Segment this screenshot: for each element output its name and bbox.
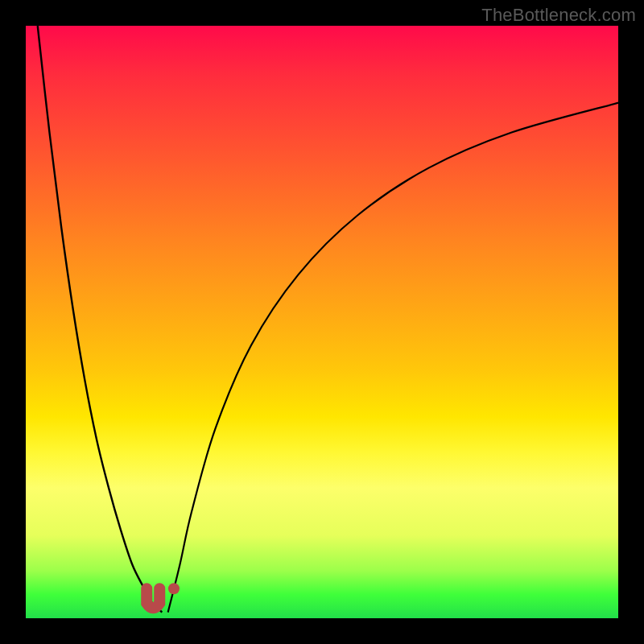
chart-plot-area	[26, 26, 618, 618]
watermark-text: TheBottleneck.com	[481, 5, 636, 26]
marker-small-dot	[168, 583, 180, 594]
outer-frame: TheBottleneck.com	[0, 0, 644, 644]
marker-u-shape	[147, 588, 159, 608]
curve-left-arm	[38, 26, 163, 613]
chart-curves-svg	[26, 26, 618, 618]
curve-right-arm	[168, 103, 618, 613]
